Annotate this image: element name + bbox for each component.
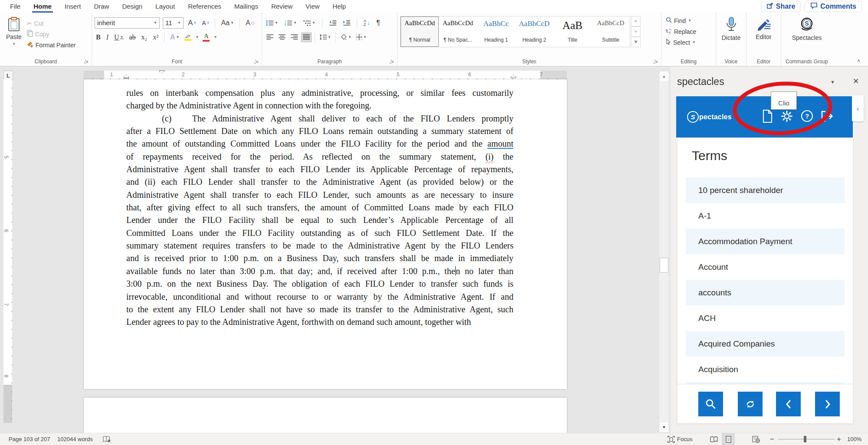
- font-dialog-launcher[interactable]: [254, 58, 260, 64]
- web-layout-button[interactable]: [750, 433, 763, 445]
- comments-button[interactable]: Comments: [805, 1, 862, 12]
- search-button[interactable]: [698, 392, 723, 416]
- dictate-button[interactable]: Dictate: [719, 15, 743, 43]
- align-right-button[interactable]: [289, 33, 299, 42]
- document-next-page[interactable]: [84, 398, 567, 433]
- line-spacing-button[interactable]: ▼: [318, 34, 332, 40]
- document-text[interactable]: rules on interbank compensation plus any…: [126, 87, 513, 329]
- superscript-button[interactable]: x²: [151, 33, 160, 41]
- scroll-up-button[interactable]: ▲: [660, 72, 668, 81]
- bullets-button[interactable]: ▼: [265, 20, 279, 26]
- style-no-spacing[interactable]: AaBbCcDd ¶ No Spac...: [439, 16, 477, 47]
- justify-button[interactable]: [301, 33, 312, 42]
- font-family-combo[interactable]: inherit▼: [95, 17, 160, 29]
- tab-references[interactable]: References: [181, 0, 228, 13]
- term-item[interactable]: Account: [686, 254, 845, 280]
- editor-button[interactable]: Editor: [749, 15, 778, 42]
- pane-close-icon[interactable]: ✕: [853, 77, 859, 86]
- numbering-button[interactable]: 123▼: [283, 20, 298, 26]
- font-color-button[interactable]: A: [202, 33, 210, 42]
- tab-layout[interactable]: Layout: [149, 0, 181, 13]
- pane-collapse-button[interactable]: ‹: [852, 95, 864, 121]
- grow-font-button[interactable]: A˄: [187, 19, 197, 27]
- proofing-errors-icon[interactable]: [103, 433, 111, 445]
- align-center-button[interactable]: [277, 33, 287, 42]
- focus-button[interactable]: Focus: [667, 433, 692, 445]
- term-item[interactable]: 10 percent shareholder: [686, 177, 845, 203]
- italic-button[interactable]: I: [105, 33, 110, 41]
- tab-home[interactable]: Home: [27, 0, 58, 13]
- scrollbar-thumb[interactable]: [660, 258, 668, 273]
- zoom-out-button[interactable]: −: [770, 433, 774, 445]
- decrease-indent-button[interactable]: [328, 20, 338, 26]
- styles-dialog-launcher[interactable]: [653, 58, 659, 64]
- page-indicator[interactable]: Page 103 of 207: [9, 433, 50, 445]
- share-button[interactable]: Share: [761, 1, 801, 12]
- term-item[interactable]: Accommodation Payment: [686, 229, 845, 254]
- select-button[interactable]: Select▼: [664, 37, 713, 48]
- show-hide-pilcrow-button[interactable]: ¶: [375, 19, 381, 27]
- paste-button[interactable]: Paste ▼: [3, 15, 25, 56]
- style-subtitle[interactable]: AaBbCcD Subtitle: [592, 16, 630, 47]
- change-case-button[interactable]: Aa▼: [220, 19, 235, 27]
- tab-design[interactable]: Design: [115, 0, 149, 13]
- styles-more-button[interactable]: ▾: [631, 37, 641, 47]
- refresh-button[interactable]: [738, 392, 763, 416]
- style-normal[interactable]: AaBbCcDd ¶ Normal: [401, 16, 439, 47]
- style-heading1[interactable]: AaBbCc Heading 1: [477, 16, 515, 47]
- tab-view[interactable]: View: [299, 0, 326, 13]
- help-icon[interactable]: ?: [801, 110, 813, 124]
- strikethrough-button[interactable]: ab: [128, 33, 137, 41]
- subscript-button[interactable]: x₂: [140, 33, 149, 41]
- zoom-in-button[interactable]: +: [837, 433, 841, 445]
- tab-mailings[interactable]: Mailings: [228, 0, 265, 13]
- spectacles-ribbon-button[interactable]: S Spectacles: [784, 15, 830, 43]
- find-button[interactable]: Find▼: [664, 15, 713, 26]
- term-item[interactable]: A-1: [686, 203, 845, 229]
- document-scrollbar[interactable]: ▲ ▼: [659, 71, 669, 433]
- cut-button[interactable]: ✂ Cut: [25, 18, 78, 29]
- word-count[interactable]: 102044 words: [57, 433, 93, 445]
- settings-gear-icon[interactable]: [780, 110, 793, 124]
- next-button[interactable]: [815, 392, 840, 416]
- document-page[interactable]: rules on interbank compensation plus any…: [84, 79, 567, 389]
- style-title[interactable]: AaB Title: [553, 16, 592, 47]
- tab-stop-selector[interactable]: L: [3, 71, 13, 80]
- sign-out-icon[interactable]: [821, 110, 833, 124]
- clear-formatting-button[interactable]: A◇: [244, 19, 256, 27]
- clipboard-dialog-launcher[interactable]: [84, 58, 90, 64]
- tab-draw[interactable]: Draw: [87, 0, 115, 13]
- align-left-button[interactable]: [265, 33, 275, 42]
- term-item[interactable]: Acquired Companies: [686, 331, 845, 357]
- increase-indent-button[interactable]: [342, 20, 352, 26]
- zoom-slider-track[interactable]: [778, 439, 835, 439]
- multilevel-list-button[interactable]: ▼: [302, 20, 317, 26]
- styles-scroll-down-button[interactable]: ˅: [631, 26, 641, 37]
- styles-scroll-up-button[interactable]: ˄: [631, 16, 641, 26]
- print-layout-button[interactable]: [722, 433, 735, 445]
- read-mode-button[interactable]: [707, 433, 720, 445]
- document-icon[interactable]: [762, 110, 773, 124]
- term-item[interactable]: Acquisition: [686, 357, 845, 382]
- tab-review[interactable]: Review: [265, 0, 299, 13]
- copy-button[interactable]: Copy: [25, 29, 78, 39]
- shading-button[interactable]: ▼: [339, 34, 353, 40]
- paragraph-dialog-launcher[interactable]: [389, 58, 395, 64]
- tab-help[interactable]: Help: [326, 0, 352, 13]
- collapse-ribbon-button[interactable]: ˄: [857, 58, 860, 64]
- underline-button[interactable]: U▼: [113, 33, 125, 41]
- borders-button[interactable]: ▼: [355, 34, 368, 40]
- format-painter-button[interactable]: Format Painter: [25, 39, 78, 50]
- replace-button[interactable]: bc Replace: [664, 26, 713, 37]
- text-effects-button[interactable]: A▼: [169, 33, 181, 41]
- pane-options-chevron-icon[interactable]: ▼: [830, 79, 835, 85]
- style-heading2[interactable]: AaBbCcD Heading 2: [515, 16, 553, 47]
- tab-file[interactable]: File: [3, 0, 27, 13]
- shrink-font-button[interactable]: A˅: [201, 20, 210, 26]
- vertical-ruler[interactable]: 5 6 7 8: [3, 79, 12, 433]
- horizontal-ruler[interactable]: 1 2 3 4 5 6 7: [84, 71, 567, 79]
- scroll-down-button[interactable]: ▼: [660, 422, 668, 432]
- term-item[interactable]: accounts: [686, 280, 845, 305]
- tab-insert[interactable]: Insert: [58, 0, 88, 13]
- previous-button[interactable]: [776, 392, 801, 416]
